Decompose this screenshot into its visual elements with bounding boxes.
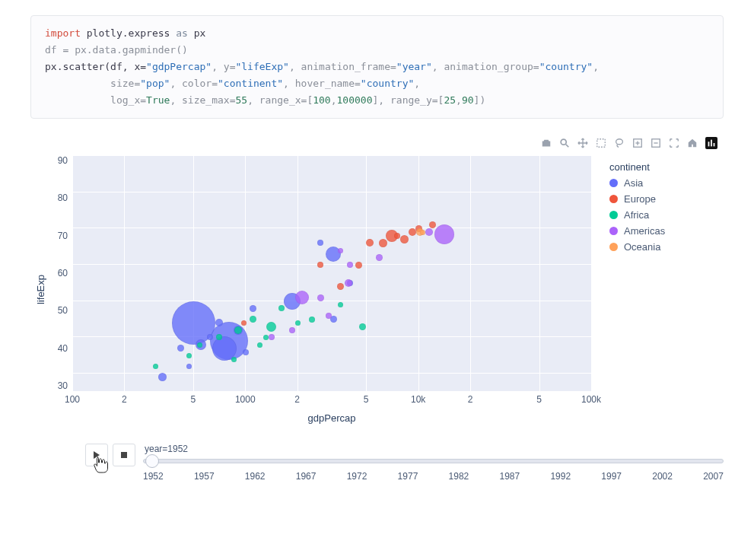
data-point[interactable] [231,357,237,362]
slider-tick: 1957 [194,471,215,482]
plot-modebar [30,137,717,149]
slider-handle[interactable] [145,454,159,468]
plot-container: lifeExp 90 80 70 60 50 40 30 10025100025… [30,155,724,424]
x-axis-ticks: 1002510002510k25100k [72,394,591,408]
x-tick: 2 [468,394,473,405]
slider-tick: 2007 [703,471,724,482]
legend-dot-icon [609,227,618,235]
x-axis-label: gdpPercap [72,412,591,424]
data-point[interactable] [243,349,249,355]
plot-area[interactable] [72,155,591,391]
year-slider[interactable] [143,459,724,463]
data-point[interactable] [376,254,383,261]
svg-rect-11 [714,143,715,146]
data-point[interactable] [186,364,192,369]
play-button[interactable] [85,444,108,466]
y-axis-label: lifeExp [30,155,46,424]
x-tick: 1000 [235,394,256,405]
code-content: import plotly.express as px df = px.data… [45,25,709,109]
home-icon[interactable] [687,138,698,148]
data-point[interactable] [177,345,184,352]
slider-tick: 1987 [499,471,520,482]
data-point[interactable] [355,262,362,269]
data-point[interactable] [289,327,295,333]
data-point[interactable] [317,294,324,301]
legend-item-label: Africa [624,209,649,221]
slider-tick: 1952 [143,471,164,482]
legend-item-label: Oceania [624,241,660,253]
svg-rect-13 [121,452,127,458]
zoom-out-icon[interactable] [651,138,661,148]
box-select-icon[interactable] [596,138,606,148]
legend-dot-icon [609,195,618,203]
lasso-icon[interactable] [614,138,625,148]
legend-item-europe[interactable]: Europe [609,193,724,205]
data-point[interactable] [153,364,158,369]
zoom-icon[interactable] [559,138,570,148]
slider-tick: 1972 [347,471,367,482]
data-point[interactable] [234,326,242,334]
x-tick: 5 [191,394,196,405]
legend-item-africa[interactable]: Africa [609,209,724,221]
data-point[interactable] [317,240,323,246]
slider-current-label: year=1952 [145,444,724,454]
data-point[interactable] [347,262,353,268]
legend-title: continent [609,161,724,173]
legend-item-americas[interactable]: Americas [609,225,724,237]
data-point[interactable] [425,228,433,236]
data-point[interactable] [263,335,269,340]
legend-item-label: Asia [624,177,643,189]
svg-marker-12 [94,451,100,459]
slider-tick: 1977 [398,471,418,482]
camera-icon[interactable] [541,138,552,148]
data-point[interactable] [186,353,192,358]
y-axis-ticks: 90 80 70 60 50 40 30 [46,155,72,391]
legend-item-asia[interactable]: Asia [609,177,724,189]
data-point[interactable] [266,322,276,332]
data-point[interactable] [257,342,262,348]
legend-dot-icon [609,211,618,219]
data-point[interactable] [345,279,352,287]
data-point[interactable] [158,373,167,381]
data-point[interactable] [420,230,425,235]
svg-point-3 [616,139,623,145]
data-point[interactable] [338,248,343,253]
data-point[interactable] [309,317,315,323]
data-point[interactable] [278,305,285,311]
svg-rect-9 [708,142,710,146]
animation-controls: year=1952 195219571962196719721977198219… [85,444,724,482]
data-point[interactable] [326,313,332,319]
pan-icon[interactable] [577,138,588,148]
x-tick: 2 [122,394,127,405]
data-point[interactable] [295,320,301,326]
data-point[interactable] [434,224,454,244]
data-point[interactable] [338,302,343,307]
svg-rect-2 [597,139,606,148]
data-point[interactable] [366,239,374,247]
data-point[interactable] [317,262,323,268]
data-point[interactable] [197,342,202,348]
data-point[interactable] [250,305,256,312]
data-point[interactable] [269,334,275,340]
autoscale-icon[interactable] [669,138,679,148]
legend-dot-icon [609,179,618,187]
slider-tick: 1967 [296,471,317,482]
svg-line-1 [566,145,569,148]
svg-rect-10 [711,140,712,147]
zoom-in-icon[interactable] [632,138,643,148]
slider-tick: 1992 [550,471,571,482]
x-tick: 100 [65,394,80,405]
legend-item-oceania[interactable]: Oceania [609,241,724,253]
plotly-logo-icon[interactable] [705,137,717,149]
data-point[interactable] [359,323,366,330]
x-tick: 2 [294,394,300,405]
x-tick: 100k [581,394,601,405]
data-point[interactable] [250,316,256,323]
data-point[interactable] [295,291,309,304]
slider-tick: 1982 [449,471,469,482]
data-point[interactable] [337,283,344,290]
stop-button[interactable] [113,444,135,466]
data-point[interactable] [400,235,409,243]
data-point[interactable] [394,233,400,239]
data-point[interactable] [379,239,387,247]
